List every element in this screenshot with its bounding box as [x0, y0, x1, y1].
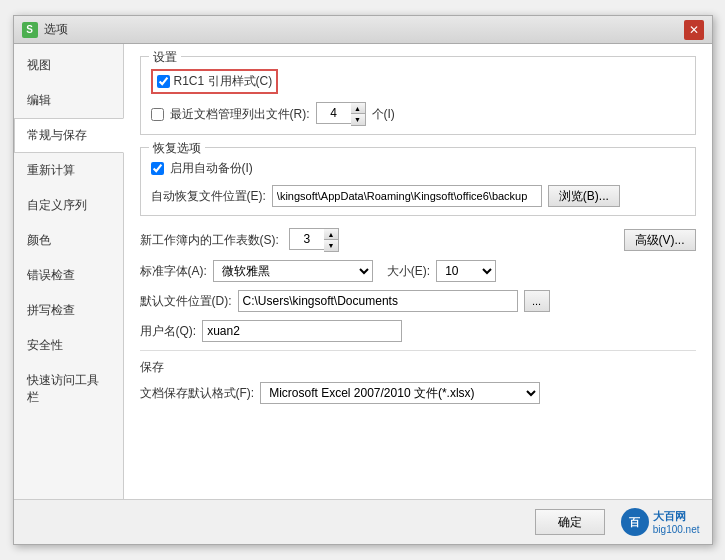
workbook-spin: ▲ ▼: [289, 228, 339, 252]
brand-info: 大百网 big100.net: [653, 509, 700, 535]
separator: [140, 350, 696, 351]
default-path-row: 默认文件位置(D): ...: [140, 290, 696, 312]
workbook-down[interactable]: ▼: [324, 240, 338, 251]
dialog-title: 选项: [44, 21, 68, 38]
username-row: 用户名(Q):: [140, 320, 696, 342]
sidebar-item-security[interactable]: 安全性: [14, 328, 123, 363]
brand: 百 大百网 big100.net: [621, 508, 700, 536]
sidebar-item-general[interactable]: 常规与保存: [14, 118, 124, 153]
workbook-label: 新工作簿内的工作表数(S):: [140, 232, 279, 249]
sidebar-item-recalc[interactable]: 重新计算: [14, 153, 123, 188]
username-input[interactable]: [202, 320, 402, 342]
font-select[interactable]: 微软雅黑: [213, 260, 373, 282]
workbook-up[interactable]: ▲: [324, 229, 338, 240]
auto-backup-row: 启用自动备份(I): [151, 160, 685, 177]
recent-files-input[interactable]: [316, 102, 351, 124]
browse-backup-btn[interactable]: 浏览(B)...: [548, 185, 620, 207]
brand-sub: big100.net: [653, 524, 700, 535]
dialog-footer: 确定 百 大百网 big100.net: [14, 499, 712, 544]
workbook-row: 新工作簿内的工作表数(S): ▲ ▼ 高级(V)...: [140, 228, 696, 252]
advanced-btn[interactable]: 高级(V)...: [624, 229, 696, 251]
format-label: 文档保存默认格式(F):: [140, 385, 255, 402]
workbook-input[interactable]: [289, 228, 324, 250]
recent-files-down[interactable]: ▼: [351, 114, 365, 125]
r1c1-highlight-box: R1C1 引用样式(C): [151, 69, 279, 94]
recent-files-checkbox[interactable]: [151, 108, 164, 121]
recent-files-spin: ▲ ▼: [316, 102, 366, 126]
save-section: 保存 文档保存默认格式(F): Microsoft Excel 2007/201…: [140, 359, 696, 404]
sidebar-item-error[interactable]: 错误检查: [14, 258, 123, 293]
format-row: 文档保存默认格式(F): Microsoft Excel 2007/2010 文…: [140, 382, 696, 404]
settings-title: 设置: [149, 49, 181, 66]
format-select[interactable]: Microsoft Excel 2007/2010 文件(*.xlsx): [260, 382, 540, 404]
recent-files-row: 最近文档管理列出文件(R): ▲ ▼ 个(I): [151, 102, 685, 126]
recent-files-unit: 个(I): [372, 106, 395, 123]
sidebar-item-edit[interactable]: 编辑: [14, 83, 123, 118]
brand-icon: 百: [621, 508, 649, 536]
size-select[interactable]: 10: [436, 260, 496, 282]
recent-files-up[interactable]: ▲: [351, 103, 365, 114]
main-content: 设置 R1C1 引用样式(C) 最近文档管理列出文件(R): ▲: [124, 44, 712, 499]
auto-backup-label: 启用自动备份(I): [170, 160, 253, 177]
sidebar-item-view[interactable]: 视图: [14, 48, 123, 83]
title-bar-left: S 选项: [22, 21, 68, 38]
auto-backup-checkbox[interactable]: [151, 162, 164, 175]
auto-recover-path-input[interactable]: [272, 185, 542, 207]
recent-files-arrows: ▲ ▼: [351, 102, 366, 126]
options-dialog: S 选项 ✕ 视图 编辑 常规与保存 重新计算 自定义序列 颜色 错误检查 拼写…: [13, 15, 713, 545]
app-icon: S: [22, 22, 38, 38]
workbook-arrows: ▲ ▼: [324, 228, 339, 252]
sidebar-item-spell[interactable]: 拼写检查: [14, 293, 123, 328]
sidebar-item-color[interactable]: 颜色: [14, 223, 123, 258]
username-label: 用户名(Q):: [140, 323, 197, 340]
brand-name: 大百网: [653, 509, 700, 524]
font-row: 标准字体(A): 微软雅黑 大小(E): 10: [140, 260, 696, 282]
r1c1-row: R1C1 引用样式(C): [151, 69, 685, 94]
sidebar-item-quickbar[interactable]: 快速访问工具栏: [14, 363, 123, 415]
recovery-section: 恢复选项 启用自动备份(I) 自动恢复文件位置(E): 浏览(B)...: [140, 147, 696, 216]
close-button[interactable]: ✕: [684, 20, 704, 40]
default-path-label: 默认文件位置(D):: [140, 293, 232, 310]
font-label: 标准字体(A):: [140, 263, 207, 280]
sidebar: 视图 编辑 常规与保存 重新计算 自定义序列 颜色 错误检查 拼写检查 安全性 …: [14, 44, 124, 499]
title-bar: S 选项 ✕: [14, 16, 712, 44]
r1c1-checkbox[interactable]: [157, 75, 170, 88]
recent-files-label: 最近文档管理列出文件(R):: [170, 106, 310, 123]
sidebar-item-custom[interactable]: 自定义序列: [14, 188, 123, 223]
auto-recover-label: 自动恢复文件位置(E):: [151, 188, 266, 205]
settings-section: 设置 R1C1 引用样式(C) 最近文档管理列出文件(R): ▲: [140, 56, 696, 135]
auto-recover-row: 自动恢复文件位置(E): 浏览(B)...: [151, 185, 685, 207]
save-section-title: 保存: [140, 359, 696, 376]
dialog-body: 视图 编辑 常规与保存 重新计算 自定义序列 颜色 错误检查 拼写检查 安全性 …: [14, 44, 712, 499]
default-path-input[interactable]: [238, 290, 518, 312]
recovery-title: 恢复选项: [149, 140, 205, 157]
ok-button[interactable]: 确定: [535, 509, 605, 535]
default-path-browse-btn[interactable]: ...: [524, 290, 550, 312]
size-label: 大小(E):: [387, 263, 430, 280]
r1c1-label: R1C1 引用样式(C): [174, 73, 273, 90]
